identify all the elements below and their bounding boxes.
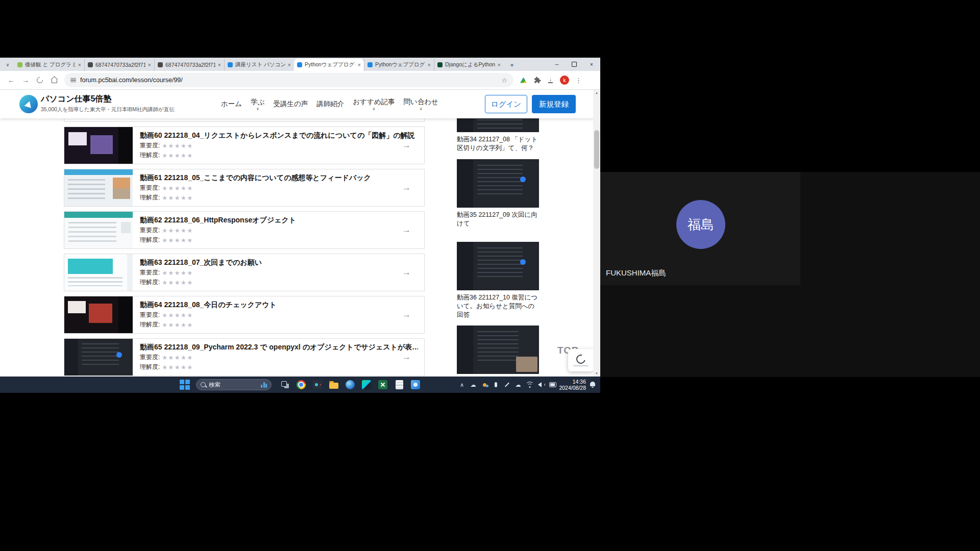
tray-chevron-up-icon[interactable]: ∧	[458, 379, 465, 391]
browser-tab-active[interactable]: Pythonウェブプログラミン ×	[294, 59, 364, 71]
nav-label: 問い合わせ	[404, 97, 438, 107]
site-logo-icon[interactable]	[19, 95, 38, 113]
close-button[interactable]: ×	[583, 58, 600, 71]
lesson-card[interactable]: 動画60 221218_04_リクエストからレスポンスまでの流れについての「図解…	[64, 127, 425, 164]
excel-icon[interactable]	[377, 379, 389, 391]
understanding-label: 理解度:	[140, 151, 160, 160]
notification-bell-icon[interactable]	[590, 382, 595, 386]
understanding-stars[interactable]: ★★★★★	[162, 194, 193, 202]
volume-icon[interactable]	[538, 379, 545, 391]
nav-item-home[interactable]: ホーム	[221, 99, 242, 109]
new-tab-button[interactable]: +	[507, 60, 517, 70]
notepad-icon[interactable]	[393, 379, 405, 391]
start-button[interactable]	[180, 380, 190, 390]
cloud-icon[interactable]: ☁	[470, 379, 477, 391]
people-icon[interactable]	[481, 379, 488, 391]
scrollbar-down-icon[interactable]: ▼	[595, 370, 598, 377]
arrow-right-icon: →	[402, 225, 411, 235]
importance-stars[interactable]: ★★★★★	[162, 269, 193, 277]
dark-app-icon[interactable]	[311, 379, 324, 391]
floating-widget[interactable]	[568, 349, 594, 371]
tab-close-icon[interactable]: ×	[288, 62, 291, 67]
understanding-stars[interactable]: ★★★★★	[162, 321, 193, 329]
understanding-stars[interactable]: ★★★★★	[162, 279, 193, 286]
tab-close-icon[interactable]: ×	[498, 62, 501, 67]
sidebar-thumbnail-partial[interactable]	[457, 118, 539, 132]
importance-stars[interactable]: ★★★★★	[162, 142, 193, 149]
importance-stars[interactable]: ★★★★★	[162, 185, 193, 192]
chrome-icon[interactable]	[295, 379, 307, 391]
home-button[interactable]	[48, 74, 60, 86]
signup-button[interactable]: 新規登録	[532, 95, 576, 113]
sidebar-thumbnail[interactable]	[457, 325, 539, 374]
lesson-card[interactable]: 動画62 221218_06_HttpResponseオブジェクト 重要度:★★…	[64, 211, 425, 249]
extensions-puzzle-icon[interactable]	[534, 77, 541, 84]
tab-close-icon[interactable]: ×	[148, 62, 151, 67]
related-videos-sidebar: 動画34 221127_08 「ドット区切りの文字列」て、何？ 動画35 221…	[457, 118, 539, 377]
pycharm-icon[interactable]	[360, 379, 373, 391]
browser-tab[interactable]: 68747470733a2f2f716 ×	[154, 59, 224, 71]
minimize-button[interactable]: ─	[548, 58, 566, 71]
page-scrollbar[interactable]: ▲ ▼	[593, 90, 600, 377]
microphone-icon[interactable]	[492, 379, 499, 391]
downloads-icon[interactable]: ↓	[548, 77, 553, 83]
understanding-label: 理解度:	[140, 278, 160, 287]
nav-item-instructor[interactable]: 講師紹介	[316, 99, 344, 109]
tab-close-icon[interactable]: ×	[78, 62, 81, 67]
browser-tab[interactable]: DjangoによるPythonウェ ×	[434, 59, 504, 71]
browser-tab[interactable]: 68747470733a2f2f716 ×	[84, 59, 154, 71]
brand-title[interactable]: パソコン仕事5倍塾	[41, 94, 111, 105]
extension-triangle-icon[interactable]	[520, 78, 527, 83]
nav-item-contact[interactable]: 問い合わせ ∨	[404, 97, 438, 111]
nav-item-voices[interactable]: 受講生の声	[273, 99, 308, 109]
tab-close-icon[interactable]: ×	[218, 62, 221, 67]
task-view-icon[interactable]	[279, 379, 291, 391]
scrollbar-thumb[interactable]	[594, 130, 599, 169]
taskbar-search[interactable]: 検索	[196, 379, 272, 390]
wifi-icon[interactable]	[526, 379, 534, 391]
lesson-card[interactable]: 動画61 221218_05_ここまでの内容についての感想等とフィードバック 重…	[64, 169, 425, 207]
lesson-card[interactable]: 動画63 221218_07_次回までのお願い 重要度:★★★★★ 理解度:★★…	[64, 254, 425, 291]
nav-item-articles[interactable]: おすすめ記事 ∨	[353, 97, 395, 111]
file-explorer-icon[interactable]	[328, 379, 340, 391]
understanding-stars[interactable]: ★★★★★	[162, 152, 193, 159]
menu-kebab-icon[interactable]: ⋮	[575, 77, 582, 84]
edge-icon[interactable]	[344, 379, 356, 391]
tab-close-icon[interactable]: ×	[428, 62, 431, 67]
sidebar-thumbnail[interactable]	[457, 159, 539, 208]
sidebar-video-title[interactable]: 動画35 221127_09 次回に向けて	[457, 211, 539, 228]
understanding-stars[interactable]: ★★★★★	[162, 237, 193, 244]
scrollbar-up-icon[interactable]: ▲	[595, 90, 598, 96]
battery-icon[interactable]	[549, 379, 556, 391]
browser-tab[interactable]: 講座リスト パソコン仕事 ×	[224, 59, 294, 71]
photos-icon[interactable]	[409, 379, 422, 391]
login-button[interactable]: ログイン	[485, 95, 527, 113]
tab-search-button[interactable]: ∨	[3, 60, 12, 69]
pen-icon[interactable]	[503, 379, 510, 391]
sidebar-thumbnail[interactable]	[457, 242, 539, 290]
forward-button[interactable]: →	[19, 74, 32, 86]
importance-stars[interactable]: ★★★★★	[162, 227, 193, 234]
lesson-card[interactable]: 動画64 221218_08_今日のチェックアウト 重要度:★★★★★ 理解度:…	[64, 296, 425, 334]
tab-close-icon[interactable]: ×	[358, 62, 361, 67]
nav-item-learn[interactable]: 学ぶ ∨	[251, 97, 264, 111]
site-info-icon[interactable]	[70, 77, 76, 84]
browser-tab[interactable]: Pythonウェブプログラミン ×	[364, 59, 434, 71]
browser-tab[interactable]: 価値観 と プログラミン ×	[14, 59, 84, 71]
taskbar-clock[interactable]: 14:36 2024/08/28	[559, 379, 586, 391]
sidebar-video-title[interactable]: 動画34 221127_08 「ドット区切りの文字列」て、何？	[457, 135, 539, 153]
profile-avatar[interactable]: k	[560, 76, 569, 85]
participant-video-tile[interactable]: 福島 FUKUSHIMA福島	[600, 172, 800, 285]
back-button[interactable]: ←	[5, 74, 17, 86]
address-bar[interactable]: forum.pc5bai.com/lesson/course/99/ ☆	[64, 73, 513, 87]
onedrive-cloud-icon[interactable]: ☁	[514, 379, 522, 391]
reload-button[interactable]	[34, 74, 46, 86]
sidebar-video-title[interactable]: 動画36 221127_10 復習について。お知らせと質問への回答	[457, 293, 539, 319]
importance-stars[interactable]: ★★★★★	[162, 312, 193, 319]
nav-label: ホーム	[221, 99, 242, 109]
importance-stars[interactable]: ★★★★★	[162, 354, 193, 361]
maximize-button[interactable]	[566, 58, 583, 71]
understanding-stars[interactable]: ★★★★★	[162, 364, 193, 371]
lesson-card[interactable]: 動画65 221218_09_Pycharm 2022.3 で openpyxl…	[64, 338, 425, 376]
bookmark-star-icon[interactable]: ☆	[501, 77, 507, 84]
